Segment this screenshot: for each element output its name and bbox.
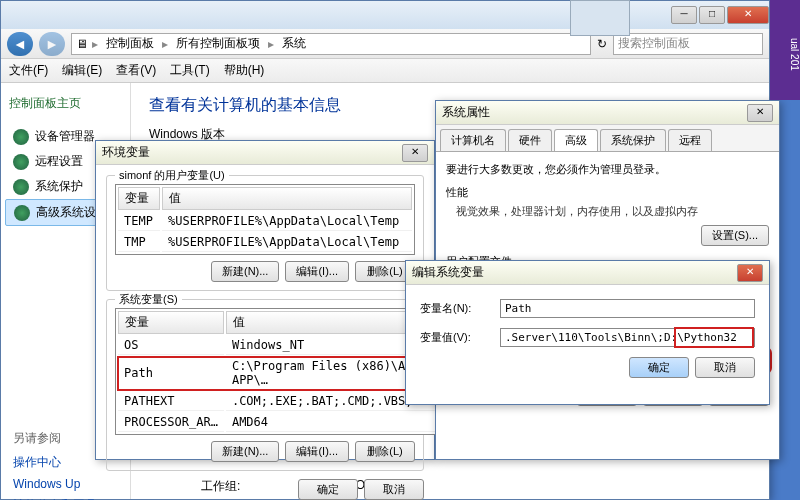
user-vars-group: simonf 的用户变量(U) 变量值 TEMP%USERPROFILE%\Ap… xyxy=(106,175,424,291)
col-var[interactable]: 变量 xyxy=(118,187,160,210)
env-vars-dialog: 环境变量 ✕ simonf 的用户变量(U) 变量值 TEMP%USERPROF… xyxy=(95,140,435,460)
search-placeholder: 搜索控制面板 xyxy=(618,35,690,52)
tab-advanced[interactable]: 高级 xyxy=(554,129,598,151)
tab-protection[interactable]: 系统保护 xyxy=(600,129,666,151)
edit-button[interactable]: 编辑(I)... xyxy=(285,261,349,282)
ok-button[interactable]: 确定 xyxy=(629,357,689,378)
sysprops-title: 系统属性 xyxy=(442,104,747,121)
bc-item[interactable]: 系统 xyxy=(278,35,310,52)
cancel-button[interactable]: 取消 xyxy=(695,357,755,378)
close-button[interactable]: ✕ xyxy=(747,104,773,122)
edit-button[interactable]: 编辑(I)... xyxy=(285,441,349,462)
perf-title: 性能 xyxy=(446,185,769,200)
search-input[interactable]: 搜索控制面板 xyxy=(613,33,763,55)
menu-file[interactable]: 文件(F) xyxy=(9,62,48,79)
shield-icon xyxy=(13,129,29,145)
var-value-input[interactable] xyxy=(500,328,755,347)
sys-vars-group: 系统变量(S) 变量值 OSWindows_NT PathC:\Program … xyxy=(106,299,424,471)
shield-icon xyxy=(13,154,29,170)
admin-note: 要进行大多数更改，您必须作为管理员登录。 xyxy=(446,162,769,177)
menu-edit[interactable]: 编辑(E) xyxy=(62,62,102,79)
bc-item[interactable]: 控制面板 xyxy=(102,35,158,52)
refresh-icon[interactable]: ↻ xyxy=(597,37,607,51)
user-vars-title: simonf 的用户变量(U) xyxy=(115,168,229,183)
tab-computer-name[interactable]: 计算机名 xyxy=(440,129,506,151)
sys-vars-title: 系统变量(S) xyxy=(115,292,182,307)
sysprops-titlebar: 系统属性 ✕ xyxy=(436,101,779,125)
env-titlebar: 环境变量 ✕ xyxy=(96,141,434,165)
table-row[interactable]: TEMP%USERPROFILE%\AppData\Local\Temp xyxy=(118,212,412,231)
close-button[interactable]: ✕ xyxy=(737,264,763,282)
menubar: 文件(F) 编辑(E) 查看(V) 工具(T) 帮助(H) xyxy=(1,59,769,83)
user-vars-table[interactable]: 变量值 TEMP%USERPROFILE%\AppData\Local\Temp… xyxy=(115,184,415,255)
minimize-button[interactable]: ─ xyxy=(671,6,697,24)
nav-toolbar: ◄ ► 🖥 ▸ 控制面板 ▸ 所有控制面板项 ▸ 系统 ↻ 搜索控制面板 xyxy=(1,29,769,59)
close-button[interactable]: ✕ xyxy=(402,144,428,162)
breadcrumb[interactable]: 🖥 ▸ 控制面板 ▸ 所有控制面板项 ▸ 系统 xyxy=(71,33,591,55)
forward-button[interactable]: ► xyxy=(39,32,65,56)
settings-button[interactable]: 设置(S)... xyxy=(701,225,769,246)
menu-tools[interactable]: 工具(T) xyxy=(170,62,209,79)
menu-view[interactable]: 查看(V) xyxy=(116,62,156,79)
new-button[interactable]: 新建(N)... xyxy=(211,441,279,462)
bc-item[interactable]: 所有控制面板项 xyxy=(172,35,264,52)
edit-variable-dialog: 编辑系统变量 ✕ 变量名(N): 变量值(V): 确定 取消 xyxy=(405,260,770,405)
cancel-button[interactable]: 取消 xyxy=(364,479,424,500)
delete-button[interactable]: 删除(L) xyxy=(355,441,415,462)
back-button[interactable]: ◄ xyxy=(7,32,33,56)
maximize-button[interactable]: □ xyxy=(699,6,725,24)
col-var[interactable]: 变量 xyxy=(118,311,224,334)
env-title: 环境变量 xyxy=(102,144,402,161)
ok-button[interactable]: 确定 xyxy=(298,479,358,500)
table-row[interactable]: TMP%USERPROFILE%\AppData\Local\Temp xyxy=(118,233,412,252)
var-name-label: 变量名(N): xyxy=(420,301,490,316)
edit-title: 编辑系统变量 xyxy=(412,264,737,281)
sidebar-item-label: 系统保护 xyxy=(35,178,83,195)
close-button[interactable]: ✕ xyxy=(727,6,769,24)
shield-icon xyxy=(13,179,29,195)
menu-help[interactable]: 帮助(H) xyxy=(224,62,265,79)
col-val[interactable]: 值 xyxy=(162,187,412,210)
perf-desc: 视觉效果，处理器计划，内存使用，以及虚拟内存 xyxy=(456,204,769,219)
visual-studio-stripe: ual 201 xyxy=(770,0,800,100)
sidebar-heading: 控制面板主页 xyxy=(5,91,126,116)
tab-remote[interactable]: 远程 xyxy=(668,129,712,151)
sidebar-item-label: 设备管理器 xyxy=(35,128,95,145)
new-button[interactable]: 新建(N)... xyxy=(211,261,279,282)
edit-titlebar: 编辑系统变量 ✕ xyxy=(406,261,769,285)
breadcrumb-icon: 🖥 xyxy=(76,37,88,51)
table-row[interactable]: PROCESSOR_AR…AMD64 xyxy=(118,413,462,432)
var-name-input[interactable] xyxy=(500,299,755,318)
tabs: 计算机名 硬件 高级 系统保护 远程 xyxy=(436,125,779,152)
tab-hardware[interactable]: 硬件 xyxy=(508,129,552,151)
shield-icon xyxy=(14,205,30,221)
var-value-label: 变量值(V): xyxy=(420,330,490,345)
taskbar-preview xyxy=(570,0,630,36)
sidebar-item-label: 远程设置 xyxy=(35,153,83,170)
main-titlebar: ─ □ ✕ xyxy=(1,1,769,29)
